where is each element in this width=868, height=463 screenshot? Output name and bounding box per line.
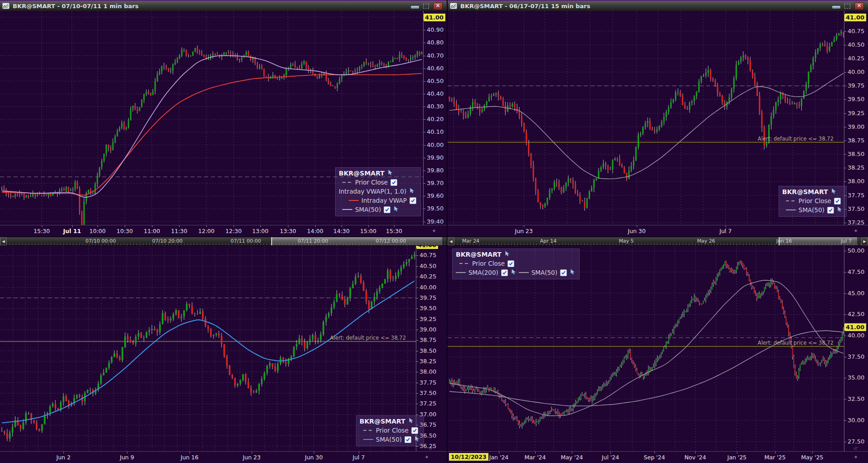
visibility-checkbox[interactable]: [405, 436, 411, 443]
close-icon[interactable]: ×: [433, 2, 443, 10]
price-tick: [416, 330, 418, 330]
visibility-checkbox[interactable]: [501, 269, 508, 276]
scroll-right-icon[interactable]: ▶: [861, 237, 868, 245]
scroll-left-icon[interactable]: ◀: [0, 237, 7, 245]
scrollbar-date-label: Jul 7: [841, 238, 852, 244]
visibility-checkbox[interactable]: [411, 427, 418, 434]
check-icon: [828, 208, 833, 213]
restore-icon[interactable]: [844, 4, 850, 9]
price-tick-label: 32.50: [848, 395, 864, 402]
price-tick: [416, 266, 418, 267]
time-tick-label: Mar '25: [765, 454, 786, 461]
time-axis[interactable]: Jan '24Mar '24May '24Jul '24Sep '24Nov '…: [448, 451, 868, 463]
time-axis[interactable]: Jun 23Jun 30Jul 7◆: [448, 225, 868, 237]
price-tick-label: 39.50: [427, 205, 444, 212]
mini-axis-icon: ıl': [429, 446, 434, 451]
restore-icon[interactable]: [423, 4, 429, 9]
chart-area-longterm[interactable]: Alert: default price <= 38.72 50.0047.50…: [448, 246, 868, 451]
price-tick: [844, 223, 846, 223]
last-price-tag: 41.00: [845, 323, 866, 331]
legend-row: Intraday VWAP: [339, 196, 416, 205]
price-tick: [844, 378, 846, 378]
diamond-icon: ◆: [854, 229, 857, 233]
start-date-tag: 10/12/2023: [449, 453, 488, 461]
legend-row: BKR@SMART: [456, 250, 575, 259]
price-axis[interactable]: 40.7540.5040.2540.0039.7539.5039.2539.00…: [844, 11, 868, 225]
cursor-pointer-icon: [387, 170, 393, 175]
price-tick: [416, 383, 418, 383]
legend-item-label: SMA(200): [468, 269, 498, 276]
cursor-pointer-icon: [393, 206, 399, 212]
mini-axis-icon: ıl': [854, 220, 858, 224]
visibility-checkbox[interactable]: [507, 260, 514, 267]
price-tick: [844, 72, 846, 73]
legend-line-sample: [459, 263, 469, 264]
chart-legend: BKR@SMARTPrior CloseSMA(50): [779, 186, 847, 217]
time-tick-label: Jul 11: [63, 228, 81, 234]
time-axis[interactable]: 15:30Jul 1110:0010:3011:0011:3012:0012:3…: [0, 225, 447, 237]
price-axis[interactable]: 41.0040.9040.8040.7040.6040.5040.4040.30…: [423, 11, 447, 225]
visibility-checkbox[interactable]: [827, 207, 834, 214]
price-tick-label: 50.00: [848, 247, 864, 254]
window-titlebar[interactable]: BKR@SMART - 06/17-07/11 15 min bars ×: [448, 0, 868, 11]
chart-area-15min[interactable]: Alert: default price <= 38.72 40.7540.50…: [448, 11, 868, 225]
cursor-pointer-icon: [511, 269, 516, 276]
price-tick-label: 38.50: [419, 347, 436, 354]
scrollbar-date-label: 07/10 20:00: [152, 238, 183, 244]
time-scrollbar[interactable]: 07/10 00:0007/10 20:0007/11 00:0007/11 2…: [0, 237, 447, 246]
price-tick-label: 40.30: [427, 103, 444, 110]
time-tick: [42, 225, 42, 227]
candlestick-chart-svg[interactable]: Alert: default price <= 38.72: [0, 246, 416, 452]
visibility-checkbox[interactable]: [390, 179, 397, 186]
price-tick: [844, 141, 846, 141]
visibility-checkbox[interactable]: [560, 269, 567, 276]
minimize-icon[interactable]: [411, 6, 419, 9]
chart-area-1min[interactable]: 41.0040.9040.8040.7040.6040.5040.4040.30…: [0, 11, 447, 225]
time-tick: [737, 452, 737, 453]
time-tick: [359, 452, 359, 453]
price-tick: [424, 222, 425, 222]
window-titlebar[interactable]: BKR@SMART - 07/10-07/11 1 min bars ×: [0, 0, 447, 11]
price-tick: [416, 372, 418, 372]
time-tick: [234, 225, 234, 227]
scrollbar-date-label: 07/10 00:00: [86, 238, 116, 244]
price-tick-label: 39.50: [419, 305, 436, 312]
time-tick: [524, 225, 524, 227]
minimize-icon[interactable]: [832, 6, 840, 9]
visibility-checkbox[interactable]: [384, 206, 390, 213]
legend-item-label: Prior Close: [799, 197, 831, 205]
visibility-checkbox[interactable]: [410, 197, 416, 204]
candlestick-plot[interactable]: Alert: default price <= 38.72: [0, 246, 416, 451]
time-tick-label: Jan '25: [727, 454, 747, 461]
time-tick: [610, 452, 611, 453]
close-icon[interactable]: ×: [854, 2, 864, 10]
price-tick: [416, 404, 418, 404]
time-scrollbar[interactable]: Mar 24Apr 14May 5May 26Jun 16Jul 7◀▶: [448, 237, 868, 246]
price-tick: [424, 81, 425, 82]
price-tick-label: 39.50: [848, 96, 864, 102]
price-tick: [844, 293, 846, 294]
scrollbar-date-label: Jun 16: [776, 238, 792, 244]
price-tick-label: 38.75: [419, 336, 436, 343]
price-tick: [844, 45, 846, 45]
price-tick-label: 39.90: [427, 154, 444, 161]
time-tick-label: Mar '24: [525, 454, 546, 461]
scroll-left-icon[interactable]: ◀: [448, 237, 454, 245]
price-tick: [424, 119, 425, 120]
price-tick: [416, 277, 418, 277]
price-tick: [424, 30, 425, 30]
price-tick: [416, 361, 418, 362]
price-axis[interactable]: 50.0047.5045.0042.5040.0037.5035.0032.50…: [844, 246, 868, 451]
legend-symbol-title: BKR@SMART: [782, 188, 828, 195]
cursor-pointer-icon: [409, 188, 414, 194]
visibility-checkbox[interactable]: [834, 198, 841, 205]
time-axis[interactable]: Jun 2Jun 9Jun 16Jun 23Jun 30Jul 7◆: [0, 451, 447, 463]
chart-legend: BKR@SMARTPrior CloseIntraday VWAP(1, 1.0…: [335, 167, 421, 216]
price-tick-label: 40.75: [848, 28, 864, 34]
chart-area-multiweek[interactable]: Alert: default price <= 38.72 40.7540.50…: [0, 246, 447, 451]
price-tick-label: 38.75: [848, 137, 864, 144]
price-tick: [424, 145, 425, 146]
check-icon: [508, 261, 513, 266]
time-tick: [394, 225, 395, 227]
time-tick-label: Jun 16: [180, 454, 198, 461]
